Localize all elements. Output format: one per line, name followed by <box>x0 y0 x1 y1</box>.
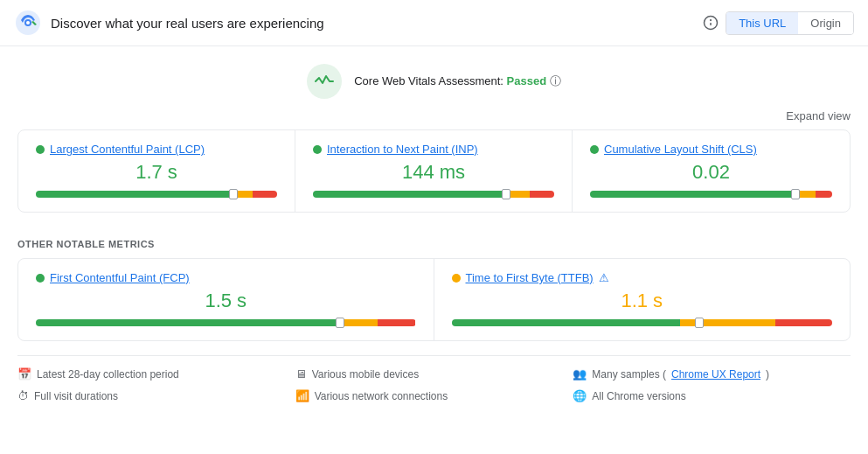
lcp-bar-green <box>36 191 233 198</box>
lcp-value: 1.7 s <box>36 161 277 184</box>
metric-inp-label: Interaction to Next Paint (INP) <box>313 143 554 156</box>
other-metrics-grid: First Contentful Paint (FCP) 1.5 s Time … <box>17 258 851 341</box>
cls-bar <box>590 191 832 198</box>
ttfb-value: 1.1 s <box>452 290 833 312</box>
inp-bar-green <box>313 191 506 198</box>
cls-bar-green <box>590 191 795 198</box>
cls-link[interactable]: Cumulative Layout Shift (CLS) <box>604 143 757 156</box>
metric-lcp: Largest Contentful Paint (LCP) 1.7 s <box>18 130 295 212</box>
cls-marker <box>791 189 800 199</box>
inp-bar-red <box>530 191 554 198</box>
tab-origin[interactable]: Origin <box>798 12 853 34</box>
ttfb-dot <box>452 274 461 283</box>
metric-lcp-label: Largest Contentful Paint (LCP) <box>36 143 277 156</box>
calendar-icon: 📅 <box>17 367 31 381</box>
footer-chrome-versions: 🌐 All Chrome versions <box>573 387 851 405</box>
inp-bar <box>313 191 554 198</box>
footer-info: 📅 Latest 28-day collection period 🖥 Vari… <box>17 355 851 405</box>
lcp-link[interactable]: Largest Contentful Paint (LCP) <box>50 143 205 156</box>
ttfb-bar-red <box>775 319 832 326</box>
svg-point-2 <box>26 21 30 24</box>
metric-cls: Cumulative Layout Shift (CLS) 0.02 <box>573 130 850 212</box>
fcp-bar-green <box>36 319 340 326</box>
header: Discover what your real users are experi… <box>0 0 868 46</box>
metric-fcp-label: First Contentful Paint (FCP) <box>36 271 416 284</box>
expand-row: Expand view <box>17 109 851 129</box>
metric-inp: Interaction to Next Paint (INP) 144 ms <box>295 130 573 212</box>
other-metrics-label: OTHER NOTABLE METRICS <box>17 227 851 258</box>
footer-samples-text: Many samples ( <box>592 368 666 381</box>
ttfb-bar <box>452 319 833 326</box>
core-metrics-grid: Largest Contentful Paint (LCP) 1.7 s Int… <box>17 129 851 213</box>
monitor-icon: 🖥 <box>295 367 307 381</box>
header-right: This URL Origin <box>703 11 854 35</box>
fcp-link[interactable]: First Contentful Paint (FCP) <box>50 271 190 284</box>
url-origin-tabs: This URL Origin <box>726 11 854 35</box>
cwv-assessment-text: Core Web Vitals Assessment: <box>354 74 503 87</box>
lcp-bar-red <box>253 191 277 198</box>
ttfb-bar-green <box>452 319 680 326</box>
ttfb-link[interactable]: Time to First Byte (TTFB) <box>466 271 594 284</box>
cls-dot <box>590 145 599 154</box>
fcp-bar-red <box>378 319 415 326</box>
footer-samples: 👥 Many samples (Chrome UX Report) <box>573 365 851 383</box>
footer-mobile-text: Various mobile devices <box>312 368 420 381</box>
info-icon[interactable] <box>703 15 719 31</box>
cls-value: 0.02 <box>590 161 832 184</box>
cwv-assessment-header: Core Web Vitals Assessment: Passed ⓘ <box>17 46 851 109</box>
page-title: Discover what your real users are experi… <box>51 16 324 31</box>
footer-network: 📶 Various network connections <box>295 387 573 405</box>
chrome-icon: 🌐 <box>573 389 587 402</box>
clock-icon: ⏱ <box>17 389 29 402</box>
metric-cls-label: Cumulative Layout Shift (CLS) <box>590 143 832 156</box>
expand-link[interactable]: Expand view <box>786 109 851 122</box>
cwv-status: Passed <box>507 74 547 87</box>
footer-collection-text: Latest 28-day collection period <box>37 368 179 381</box>
metric-ttfb-label: Time to First Byte (TTFB) ⚠ <box>452 271 833 284</box>
cls-bar-red <box>816 191 832 198</box>
inp-dot <box>313 145 322 154</box>
header-left: Discover what your real users are experi… <box>14 9 324 37</box>
tab-this-url[interactable]: This URL <box>726 12 798 34</box>
footer-collection-period: 📅 Latest 28-day collection period <box>17 365 295 383</box>
fcp-value: 1.5 s <box>36 290 416 312</box>
ttfb-marker <box>695 318 704 328</box>
fcp-bar <box>36 319 416 326</box>
cwv-label: Core Web Vitals Assessment: Passed ⓘ <box>354 73 561 89</box>
lcp-dot <box>36 145 45 154</box>
ttfb-alert-icon: ⚠ <box>599 271 609 284</box>
inp-marker <box>502 189 510 199</box>
footer-chrome-text: All Chrome versions <box>592 390 685 402</box>
footer-visit-durations: ⏱ Full visit durations <box>17 387 295 405</box>
wifi-icon: 📶 <box>295 389 309 402</box>
lcp-bar <box>36 191 277 198</box>
footer-network-text: Various network connections <box>315 390 448 402</box>
footer-visit-text: Full visit durations <box>34 390 118 402</box>
inp-link[interactable]: Interaction to Next Paint (INP) <box>327 143 478 156</box>
inp-value: 144 ms <box>313 161 554 184</box>
main-content: Core Web Vitals Assessment: Passed ⓘ Exp… <box>0 46 868 419</box>
fcp-marker <box>336 318 344 328</box>
users-icon: 👥 <box>573 367 587 381</box>
footer-mobile-devices: 🖥 Various mobile devices <box>295 365 573 383</box>
cwv-icon <box>307 64 342 99</box>
metric-ttfb: Time to First Byte (TTFB) ⚠ 1.1 s <box>434 259 851 340</box>
fcp-dot <box>36 274 45 283</box>
lcp-marker <box>229 189 238 199</box>
chrome-ux-report-link[interactable]: Chrome UX Report <box>671 368 760 381</box>
fcp-bar-orange <box>340 319 378 326</box>
cwv-help-icon[interactable]: ⓘ <box>550 74 561 87</box>
metric-fcp: First Contentful Paint (FCP) 1.5 s <box>18 259 434 340</box>
pagespeed-logo <box>14 9 42 37</box>
